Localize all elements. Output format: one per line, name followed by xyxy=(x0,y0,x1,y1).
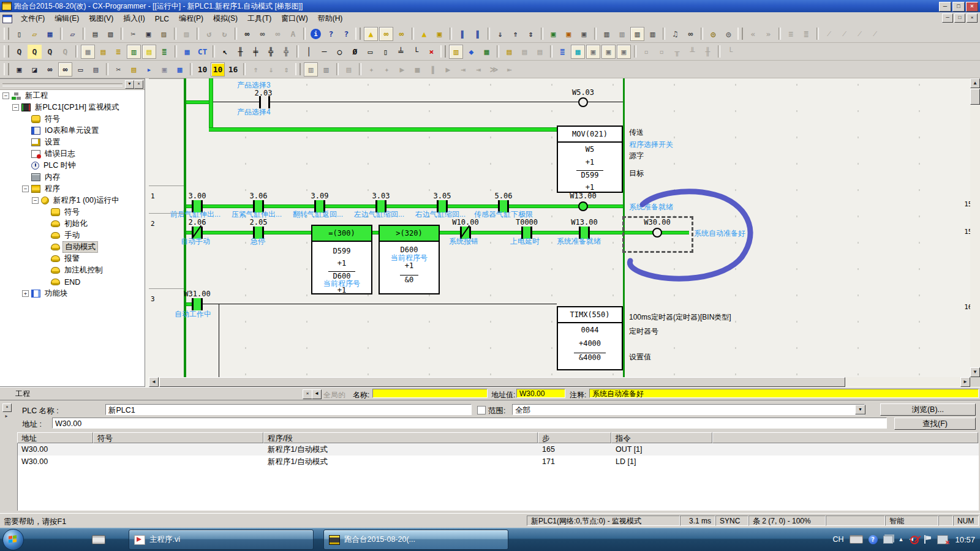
copy-icon[interactable]: ▣ xyxy=(141,27,156,41)
tree-item-加注机控制[interactable]: 加注机控制 xyxy=(0,264,145,276)
mdi-close-button[interactable]: × xyxy=(967,13,978,23)
section-cut-icon[interactable]: ✂ xyxy=(111,62,126,77)
download-icon[interactable]: ⇓ xyxy=(493,27,507,41)
transfer-io-icon[interactable]: ▣ xyxy=(577,27,591,41)
tree-close-icon[interactable]: × xyxy=(134,80,143,89)
symbolbar-close-icon[interactable]: × xyxy=(303,389,312,399)
pause-icon[interactable]: ∥ xyxy=(470,27,484,41)
panel-expand-icon[interactable]: ▸ xyxy=(2,413,10,420)
io-tree-icon[interactable]: ≣ xyxy=(556,45,570,59)
properties-icon[interactable]: ▤ xyxy=(89,62,103,77)
project-tab[interactable]: 工程 xyxy=(5,388,40,400)
menu-program[interactable]: 编程(P) xyxy=(174,12,208,25)
page2-icon[interactable]: ▣ xyxy=(601,45,616,59)
menu-edit[interactable]: 编辑(E) xyxy=(50,12,84,25)
new-icon[interactable]: ▯ xyxy=(12,27,26,41)
tree-item-新工程[interactable]: −新工程 xyxy=(0,90,145,102)
taskbar-item-labview[interactable]: 主程序.vi xyxy=(129,530,314,550)
gray-box-icon[interactable]: ▣ xyxy=(157,62,172,77)
browse-button[interactable]: 浏览(B)... xyxy=(880,403,976,416)
tree-item-功能块[interactable]: +功能块 xyxy=(0,288,145,299)
page1-icon[interactable]: ▣ xyxy=(586,45,600,59)
rack1-icon[interactable]: ▥ xyxy=(600,27,614,41)
monitor-box-icon[interactable]: ▥ xyxy=(127,45,141,59)
plus-box-icon[interactable]: + xyxy=(22,290,29,297)
horizontal-scroll-thumb[interactable] xyxy=(159,377,845,387)
tree-item-手动[interactable]: 手动 xyxy=(0,230,145,241)
column-header[interactable]: 地址 xyxy=(17,432,93,443)
work-online-icon[interactable]: ▲ xyxy=(364,27,378,41)
local-symbols-icon[interactable]: ▤ xyxy=(127,62,141,77)
note-edit-icon[interactable]: ▤ xyxy=(502,45,516,59)
taskbar-item-cx-programmer[interactable]: 跑合台2015-08-20(... xyxy=(323,530,508,550)
tree-item-IO表和单元设置[interactable]: IO表和单元设置 xyxy=(0,125,145,137)
tree-pin-icon[interactable]: ▼ xyxy=(125,80,134,89)
decimal-10-icon[interactable]: 10 xyxy=(195,62,209,77)
ddi-grid-icon[interactable]: ▦ xyxy=(173,62,187,77)
show-hidden-icons[interactable]: ▲ xyxy=(899,536,904,542)
monitor-sampling-icon[interactable]: ∞ xyxy=(394,27,409,41)
tree-item-设置[interactable]: 设置 xyxy=(0,137,145,148)
flask2-icon[interactable]: ◎ xyxy=(722,27,736,41)
language-indicator[interactable]: CH xyxy=(832,535,843,544)
close-button[interactable]: × xyxy=(966,2,978,12)
contact-w31-00[interactable] xyxy=(192,298,203,310)
action-center-flag-icon[interactable] xyxy=(924,535,932,544)
mov-instruction-block[interactable]: MOV(021) W5 +1 D599 +1 xyxy=(557,126,623,193)
nc-coil-icon[interactable]: Ø xyxy=(348,45,362,59)
symbolbar-left-icon[interactable]: ◄ xyxy=(312,389,322,399)
page3-icon[interactable]: ▣ xyxy=(617,45,631,59)
tree-item-内存[interactable]: 内存 xyxy=(0,171,145,183)
compare-eq-block[interactable]: =(300) D599 +1 D600 当前程序号 +1 xyxy=(311,225,372,294)
print-preview-icon[interactable]: ▧ xyxy=(104,27,118,41)
minus-box-icon[interactable]: − xyxy=(32,197,39,204)
zoom-in-icon[interactable]: Q xyxy=(43,45,57,59)
rack2-icon[interactable]: ▥ xyxy=(615,27,629,41)
watch-glasses-icon[interactable]: ∞ xyxy=(684,27,698,41)
tree-item-初始化[interactable]: 初始化 xyxy=(0,218,145,230)
menu-view[interactable]: 视图(V) xyxy=(84,12,118,25)
new-window-icon[interactable]: ◪ xyxy=(28,62,42,77)
coil-w5-03[interactable] xyxy=(578,97,588,107)
menu-tools[interactable]: 工具(T) xyxy=(243,12,276,25)
online-edit-icon[interactable]: ▣ xyxy=(432,27,447,41)
column-header[interactable]: 程序/段 xyxy=(263,432,538,443)
tree-item-程序[interactable]: −程序 xyxy=(0,183,145,195)
help-tray-icon[interactable]: ? xyxy=(869,535,878,544)
context-help-icon[interactable]: ? xyxy=(339,27,353,41)
menu-window[interactable]: 窗口(W) xyxy=(276,12,312,25)
minus-box-icon[interactable]: − xyxy=(12,104,19,111)
send-pause-icon[interactable]: ∥ xyxy=(455,27,469,41)
plc-monitor-icon[interactable]: ▥ xyxy=(449,45,463,59)
tree-item-自动模式[interactable]: 自动模式 xyxy=(0,241,145,253)
nc-contact-icon[interactable]: ╪ xyxy=(249,45,263,59)
ime-keyboard-icon[interactable] xyxy=(850,535,863,544)
fb-io-icon[interactable]: ╧ xyxy=(394,45,408,59)
select-mode-icon[interactable]: ↖ xyxy=(218,45,232,59)
column-header[interactable]: 步 xyxy=(538,432,611,443)
scroll-down-icon[interactable]: ▼ xyxy=(970,367,980,377)
scroll-up-icon[interactable]: ▲ xyxy=(970,78,980,88)
table-row[interactable]: W30.00新程序1/自动模式165OUT [1] xyxy=(18,443,979,455)
corner-icon[interactable]: └ xyxy=(409,45,423,59)
open-icon[interactable]: ▱ xyxy=(28,27,42,41)
find-window-icon[interactable]: ∞ xyxy=(43,62,57,77)
cross-reference-icon[interactable]: ∞ xyxy=(58,62,72,77)
bookmark-icon[interactable]: ▸ xyxy=(142,62,156,77)
window-plain-icon[interactable]: ▭ xyxy=(74,62,88,77)
tree-item-符号[interactable]: 符号 xyxy=(0,206,145,218)
monitor-window2-icon[interactable]: ▥ xyxy=(319,62,333,77)
ladder-editor[interactable]: 1 151 2 158 3 166 产品选择3 2.03 产品选择4 W5.03… xyxy=(145,78,980,387)
menu-file[interactable]: 文件(F) xyxy=(16,12,50,25)
panel-close-icon[interactable]: × xyxy=(2,403,12,412)
decimal-monitor-10-icon[interactable]: 10 xyxy=(211,62,225,77)
paste-icon[interactable]: ▨ xyxy=(157,27,171,41)
horizontal-line-icon[interactable]: ─ xyxy=(317,45,331,59)
network-disconnected-icon[interactable] xyxy=(937,535,948,544)
minimize-button[interactable]: ─ xyxy=(939,2,951,12)
ct-icon[interactable]: CT xyxy=(195,45,209,59)
menu-insert[interactable]: 插入(I) xyxy=(118,12,149,25)
or-nc-contact-icon[interactable]: ╬ xyxy=(279,45,293,59)
menu-simulate[interactable]: 模拟(S) xyxy=(208,12,243,25)
replace-icon[interactable]: ∞ xyxy=(255,27,270,41)
